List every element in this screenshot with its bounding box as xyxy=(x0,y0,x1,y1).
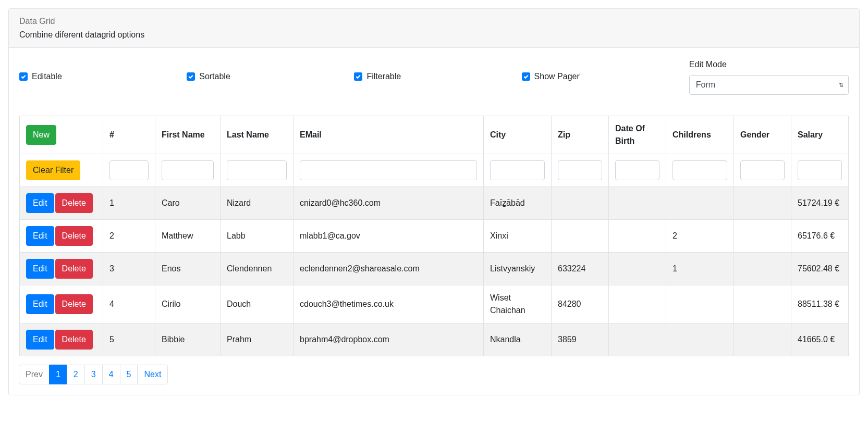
filter-last-name-input[interactable] xyxy=(227,160,287,180)
editable-label: Editable xyxy=(32,70,62,83)
header-row: New # First Name Last Name EMail City Zi… xyxy=(20,116,849,154)
edit-button[interactable]: Edit xyxy=(26,259,54,279)
cell-last-name: Labb xyxy=(221,220,294,253)
header-num[interactable]: # xyxy=(103,116,155,154)
edit-button[interactable]: Edit xyxy=(26,193,54,213)
delete-button[interactable]: Delete xyxy=(55,259,93,279)
filter-first-name-input[interactable] xyxy=(162,160,214,180)
show-pager-checkbox[interactable] xyxy=(522,72,530,81)
pagination-page-2[interactable]: 2 xyxy=(67,365,85,384)
options-row: Editable Sortable Filterable xyxy=(19,58,849,95)
sortable-label: Sortable xyxy=(199,70,230,83)
cell-zip: 3859 xyxy=(552,323,609,356)
cell-salary: 75602.48 € xyxy=(791,253,849,285)
cell-city: Faīẕābād xyxy=(484,187,552,220)
table-row: EditDelete1CaroNizardcnizard0@hc360.comF… xyxy=(20,187,849,220)
cell-first-name: Bibbie xyxy=(155,323,221,356)
edit-button[interactable]: Edit xyxy=(26,294,54,314)
cell-gender xyxy=(734,285,791,323)
cell-gender xyxy=(734,187,791,220)
cell-email: mlabb1@ca.gov xyxy=(294,220,484,253)
cell-email: cdouch3@thetimes.co.uk xyxy=(294,285,484,323)
pagination-prev: Prev xyxy=(19,365,50,384)
cell-salary: 51724.19 € xyxy=(791,187,849,220)
cell-dob xyxy=(609,253,666,285)
table-row: EditDelete5BibbiePrahmbprahm4@dropbox.co… xyxy=(20,323,849,356)
cell-city: Nkandla xyxy=(484,323,552,356)
edit-button[interactable]: Edit xyxy=(26,330,54,350)
filterable-label: Filterable xyxy=(366,70,401,83)
delete-button[interactable]: Delete xyxy=(55,330,93,350)
pagination-page-3[interactable]: 3 xyxy=(84,365,103,384)
cell-email: cnizard0@hc360.com xyxy=(294,187,484,220)
filter-email-input[interactable] xyxy=(300,160,477,180)
header-salary[interactable]: Salary xyxy=(791,116,849,154)
cell-city: Listvyanskiy xyxy=(484,253,552,285)
pagination-next[interactable]: Next xyxy=(137,365,168,384)
cell-num: 2 xyxy=(103,220,155,253)
header-email[interactable]: EMail xyxy=(294,116,484,154)
cell-salary: 65176.6 € xyxy=(791,220,849,253)
delete-button[interactable]: Delete xyxy=(55,193,93,213)
cell-gender xyxy=(734,220,791,253)
card-body: Editable Sortable Filterable xyxy=(9,48,859,395)
header-last-name[interactable]: Last Name xyxy=(221,116,294,154)
cell-last-name: Prahm xyxy=(221,323,294,356)
cell-zip xyxy=(552,220,609,253)
pagination-page-1[interactable]: 1 xyxy=(49,365,67,384)
cell-childrens xyxy=(666,285,734,323)
clear-filter-button[interactable]: Clear Filter xyxy=(26,160,80,180)
delete-button[interactable]: Delete xyxy=(55,226,93,246)
cell-num: 3 xyxy=(103,253,155,285)
edit-mode-select[interactable]: Form xyxy=(689,75,849,95)
cell-dob xyxy=(609,323,666,356)
cell-salary: 88511.38 € xyxy=(791,285,849,323)
data-grid-table-wrapper: New # First Name Last Name EMail City Zi… xyxy=(19,116,849,356)
cell-email: bprahm4@dropbox.com xyxy=(294,323,484,356)
table-row: EditDelete4CiriloDouchcdouch3@thetimes.c… xyxy=(20,285,849,323)
cell-num: 1 xyxy=(103,187,155,220)
card-title: Data Grid xyxy=(19,15,849,28)
header-gender[interactable]: Gender xyxy=(734,116,791,154)
table-row: EditDelete3EnosClendenneneclendennen2@sh… xyxy=(20,253,849,285)
cell-dob xyxy=(609,220,666,253)
cell-childrens: 1 xyxy=(666,253,734,285)
header-childrens[interactable]: Childrens xyxy=(666,116,734,154)
cell-city: Xinxi xyxy=(484,220,552,253)
cell-last-name: Nizard xyxy=(221,187,294,220)
editable-checkbox[interactable] xyxy=(19,72,28,81)
filterable-checkbox[interactable] xyxy=(354,72,362,81)
pagination-page-5[interactable]: 5 xyxy=(120,365,138,384)
cell-gender xyxy=(734,323,791,356)
sortable-checkbox[interactable] xyxy=(187,72,195,81)
filter-zip-input[interactable] xyxy=(558,160,602,180)
cell-childrens xyxy=(666,323,734,356)
header-first-name[interactable]: First Name xyxy=(155,116,221,154)
cell-dob xyxy=(609,187,666,220)
header-zip[interactable]: Zip xyxy=(552,116,609,154)
filter-city-input[interactable] xyxy=(490,160,545,180)
pagination-page-4[interactable]: 4 xyxy=(102,365,120,384)
cell-first-name: Matthew xyxy=(155,220,221,253)
header-dob[interactable]: Date Of Birth xyxy=(609,116,666,154)
cell-dob xyxy=(609,285,666,323)
header-city[interactable]: City xyxy=(484,116,552,154)
card-header: Data Grid Combine diferent datagrid opti… xyxy=(9,9,859,48)
filter-dob-input[interactable] xyxy=(615,160,659,180)
cell-gender xyxy=(734,253,791,285)
cell-salary: 41665.0 € xyxy=(791,323,849,356)
filter-salary-input[interactable] xyxy=(798,160,842,180)
cell-last-name: Clendennen xyxy=(221,253,294,285)
filter-num-input[interactable] xyxy=(109,160,149,180)
cell-first-name: Enos xyxy=(155,253,221,285)
delete-button[interactable]: Delete xyxy=(55,294,93,314)
filter-gender-input[interactable] xyxy=(740,160,785,180)
edit-button[interactable]: Edit xyxy=(26,226,54,246)
filter-childrens-input[interactable] xyxy=(673,160,727,180)
data-grid-card: Data Grid Combine diferent datagrid opti… xyxy=(8,8,860,395)
cell-zip xyxy=(552,187,609,220)
cell-city: Wiset Chaichan xyxy=(484,285,552,323)
cell-last-name: Douch xyxy=(221,285,294,323)
filter-row: Clear Filter xyxy=(20,154,849,187)
new-button[interactable]: New xyxy=(26,125,56,145)
